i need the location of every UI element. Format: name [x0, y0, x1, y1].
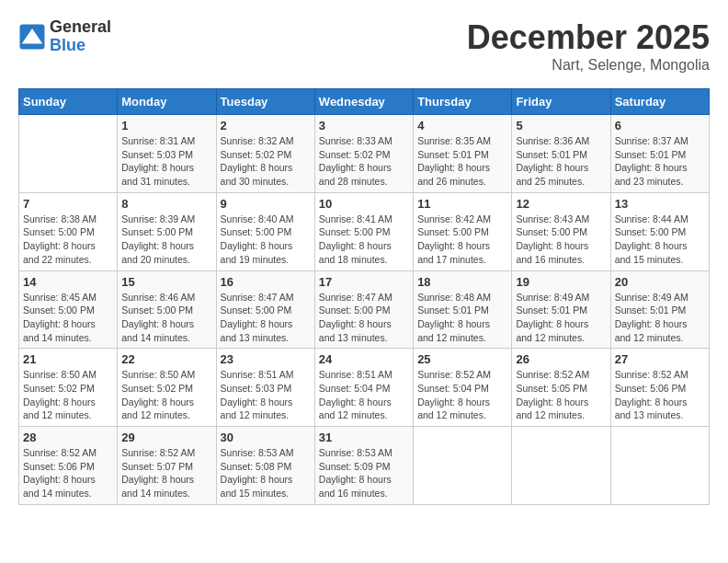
- day-info: Sunrise: 8:51 AMSunset: 5:04 PMDaylight:…: [319, 368, 409, 422]
- calendar-cell: 21Sunrise: 8:50 AMSunset: 5:02 PMDayligh…: [19, 349, 118, 427]
- day-info: Sunrise: 8:31 AMSunset: 5:03 PMDaylight:…: [121, 134, 211, 189]
- page-title: December 2025: [467, 18, 710, 57]
- weekday-header: Monday: [118, 89, 216, 115]
- calendar-cell: 9Sunrise: 8:40 AMSunset: 5:00 PMDaylight…: [216, 192, 314, 270]
- calendar-cell: 22Sunrise: 8:50 AMSunset: 5:02 PMDayligh…: [118, 349, 216, 427]
- day-info: Sunrise: 8:53 AMSunset: 5:09 PMDaylight:…: [319, 446, 409, 500]
- day-number: 24: [319, 352, 409, 366]
- logo-line2: Blue: [50, 37, 111, 55]
- logo-line1: General: [50, 18, 111, 37]
- logo: General Blue: [18, 18, 111, 55]
- calendar-cell: 12Sunrise: 8:43 AMSunset: 5:00 PMDayligh…: [512, 192, 610, 270]
- weekday-header: Wednesday: [314, 89, 413, 115]
- day-number: 19: [516, 275, 606, 289]
- calendar-cell: 15Sunrise: 8:46 AMSunset: 5:00 PMDayligh…: [118, 270, 216, 349]
- day-info: Sunrise: 8:38 AMSunset: 5:00 PMDaylight:…: [23, 213, 113, 267]
- day-number: 13: [615, 197, 705, 211]
- calendar-cell: 2Sunrise: 8:32 AMSunset: 5:02 PMDaylight…: [216, 115, 314, 193]
- day-number: 4: [417, 119, 507, 132]
- day-number: 27: [615, 352, 705, 366]
- day-info: Sunrise: 8:50 AMSunset: 5:02 PMDaylight:…: [121, 368, 211, 422]
- day-info: Sunrise: 8:35 AMSunset: 5:01 PMDaylight:…: [417, 134, 507, 189]
- day-info: Sunrise: 8:39 AMSunset: 5:00 PMDaylight:…: [121, 213, 211, 267]
- day-info: Sunrise: 8:47 AMSunset: 5:00 PMDaylight:…: [319, 291, 409, 345]
- logo-text: General Blue: [50, 18, 111, 55]
- calendar-cell: 5Sunrise: 8:36 AMSunset: 5:01 PMDaylight…: [512, 115, 610, 193]
- weekday-header: Thursday: [414, 89, 512, 115]
- day-info: Sunrise: 8:37 AMSunset: 5:01 PMDaylight:…: [615, 134, 705, 189]
- day-number: 16: [221, 275, 311, 289]
- day-number: 31: [319, 431, 409, 444]
- day-number: 12: [516, 197, 606, 211]
- day-info: Sunrise: 8:32 AMSunset: 5:02 PMDaylight:…: [221, 134, 311, 189]
- day-info: Sunrise: 8:52 AMSunset: 5:06 PMDaylight:…: [23, 446, 113, 500]
- calendar-week-row: 28Sunrise: 8:52 AMSunset: 5:06 PMDayligh…: [19, 427, 710, 505]
- day-number: 10: [319, 197, 409, 211]
- calendar-cell: 10Sunrise: 8:41 AMSunset: 5:00 PMDayligh…: [314, 192, 413, 270]
- calendar-cell: 28Sunrise: 8:52 AMSunset: 5:06 PMDayligh…: [19, 427, 118, 505]
- day-number: 6: [615, 119, 705, 132]
- day-info: Sunrise: 8:44 AMSunset: 5:00 PMDaylight:…: [615, 213, 705, 267]
- day-info: Sunrise: 8:52 AMSunset: 5:04 PMDaylight:…: [417, 368, 507, 422]
- day-info: Sunrise: 8:52 AMSunset: 5:06 PMDaylight:…: [615, 368, 705, 422]
- day-info: Sunrise: 8:43 AMSunset: 5:00 PMDaylight:…: [516, 213, 606, 267]
- day-number: 23: [221, 352, 311, 366]
- day-number: 7: [23, 197, 113, 211]
- calendar-cell: 1Sunrise: 8:31 AMSunset: 5:03 PMDaylight…: [118, 115, 216, 193]
- calendar-cell: 29Sunrise: 8:52 AMSunset: 5:07 PMDayligh…: [118, 427, 216, 505]
- calendar-cell: [414, 427, 512, 505]
- day-info: Sunrise: 8:36 AMSunset: 5:01 PMDaylight:…: [516, 134, 606, 189]
- calendar-cell: 4Sunrise: 8:35 AMSunset: 5:01 PMDaylight…: [414, 115, 512, 193]
- weekday-header: Sunday: [19, 89, 118, 115]
- calendar-cell: 30Sunrise: 8:53 AMSunset: 5:08 PMDayligh…: [216, 427, 314, 505]
- day-info: Sunrise: 8:40 AMSunset: 5:00 PMDaylight:…: [221, 213, 311, 267]
- day-number: 30: [221, 431, 311, 444]
- day-number: 8: [121, 197, 211, 211]
- day-info: Sunrise: 8:45 AMSunset: 5:00 PMDaylight:…: [23, 291, 113, 345]
- calendar-cell: 17Sunrise: 8:47 AMSunset: 5:00 PMDayligh…: [314, 270, 413, 349]
- weekday-header: Tuesday: [216, 89, 314, 115]
- day-number: 14: [23, 275, 113, 289]
- day-number: 9: [221, 197, 311, 211]
- day-info: Sunrise: 8:33 AMSunset: 5:02 PMDaylight:…: [319, 134, 409, 189]
- day-number: 22: [121, 352, 211, 366]
- day-number: 5: [516, 119, 606, 132]
- page-subtitle: Nart, Selenge, Mongolia: [467, 57, 710, 74]
- calendar-cell: 3Sunrise: 8:33 AMSunset: 5:02 PMDaylight…: [314, 115, 413, 193]
- logo-icon: [18, 23, 46, 51]
- day-number: 1: [121, 119, 211, 132]
- calendar-cell: 25Sunrise: 8:52 AMSunset: 5:04 PMDayligh…: [414, 349, 512, 427]
- day-number: 25: [417, 352, 507, 366]
- calendar-cell: 13Sunrise: 8:44 AMSunset: 5:00 PMDayligh…: [610, 192, 709, 270]
- day-number: 3: [319, 119, 409, 132]
- calendar-week-row: 1Sunrise: 8:31 AMSunset: 5:03 PMDaylight…: [19, 115, 710, 193]
- day-info: Sunrise: 8:49 AMSunset: 5:01 PMDaylight:…: [516, 291, 606, 345]
- day-info: Sunrise: 8:41 AMSunset: 5:00 PMDaylight:…: [319, 213, 409, 267]
- day-number: 11: [417, 197, 507, 211]
- day-info: Sunrise: 8:42 AMSunset: 5:00 PMDaylight:…: [417, 213, 507, 267]
- weekday-header: Friday: [512, 89, 610, 115]
- calendar-cell: 19Sunrise: 8:49 AMSunset: 5:01 PMDayligh…: [512, 270, 610, 349]
- day-number: 21: [23, 352, 113, 366]
- day-number: 18: [417, 275, 507, 289]
- calendar-week-row: 7Sunrise: 8:38 AMSunset: 5:00 PMDaylight…: [19, 192, 710, 270]
- day-info: Sunrise: 8:51 AMSunset: 5:03 PMDaylight:…: [221, 368, 311, 422]
- calendar-cell: 6Sunrise: 8:37 AMSunset: 5:01 PMDaylight…: [610, 115, 709, 193]
- calendar-cell: 26Sunrise: 8:52 AMSunset: 5:05 PMDayligh…: [512, 349, 610, 427]
- calendar-cell: 14Sunrise: 8:45 AMSunset: 5:00 PMDayligh…: [19, 270, 118, 349]
- calendar-cell: [610, 427, 709, 505]
- calendar-header-row: SundayMondayTuesdayWednesdayThursdayFrid…: [19, 89, 710, 115]
- calendar-cell: 8Sunrise: 8:39 AMSunset: 5:00 PMDaylight…: [118, 192, 216, 270]
- day-info: Sunrise: 8:52 AMSunset: 5:07 PMDaylight:…: [121, 446, 211, 500]
- day-number: 29: [121, 431, 211, 444]
- day-number: 28: [23, 431, 113, 444]
- calendar-week-row: 14Sunrise: 8:45 AMSunset: 5:00 PMDayligh…: [19, 270, 710, 349]
- day-info: Sunrise: 8:48 AMSunset: 5:01 PMDaylight:…: [417, 291, 507, 345]
- calendar-cell: 31Sunrise: 8:53 AMSunset: 5:09 PMDayligh…: [314, 427, 413, 505]
- calendar-cell: 24Sunrise: 8:51 AMSunset: 5:04 PMDayligh…: [314, 349, 413, 427]
- day-number: 17: [319, 275, 409, 289]
- day-info: Sunrise: 8:50 AMSunset: 5:02 PMDaylight:…: [23, 368, 113, 422]
- calendar-cell: 16Sunrise: 8:47 AMSunset: 5:00 PMDayligh…: [216, 270, 314, 349]
- day-number: 26: [516, 352, 606, 366]
- day-info: Sunrise: 8:52 AMSunset: 5:05 PMDaylight:…: [516, 368, 606, 422]
